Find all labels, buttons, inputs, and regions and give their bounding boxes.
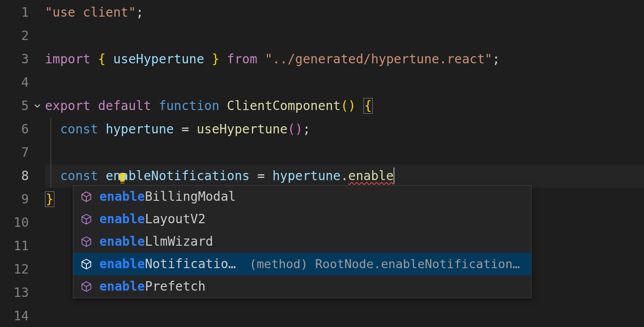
keyword: default: [90, 98, 159, 113]
paren: (): [287, 122, 303, 137]
punctuation: ;: [492, 52, 500, 66]
string-token: "use client": [45, 5, 136, 20]
line-number-gutter: 1 2 3 4 5 6 7 8 9 10 11 12 13 14: [0, 0, 45, 327]
identifier: hypertune: [273, 168, 341, 183]
method-icon: [80, 280, 93, 293]
brace: {: [90, 52, 113, 66]
space: [219, 98, 227, 113]
keyword: from: [227, 52, 257, 66]
property-error: enable: [348, 168, 394, 183]
code-line-active[interactable]: const enableNotifications = hypertune.en…: [45, 164, 644, 188]
keyword: const: [60, 168, 98, 183]
function-name: ClientComponent: [227, 98, 341, 113]
line-number: 1: [0, 1, 45, 24]
lightbulb-icon[interactable]: [55, 146, 68, 159]
autocomplete-item[interactable]: enableLlmWizard: [73, 230, 531, 253]
method-icon: [80, 212, 93, 226]
autocomplete-item-selected[interactable]: enableNotificatio… (method) RootNode.ena…: [73, 253, 531, 275]
space: [45, 122, 60, 137]
identifier: useHypertune: [113, 52, 204, 66]
text-cursor: [394, 168, 394, 184]
method-icon: [80, 235, 93, 248]
space: [45, 168, 60, 183]
punctuation: ;: [136, 5, 143, 20]
indent-guide: [50, 118, 51, 141]
autocomplete-label: enablePrefetch: [99, 275, 206, 298]
identifier: hypertune: [106, 122, 174, 137]
fold-chevron-icon[interactable]: [32, 101, 42, 111]
line-number: 11: [0, 234, 45, 258]
autocomplete-label: enableLlmWizard: [99, 230, 213, 253]
keyword: const: [60, 122, 98, 137]
code-line[interactable]: [45, 305, 644, 327]
space: [257, 52, 265, 66]
line-number: 14: [0, 305, 45, 327]
autocomplete-item[interactable]: enableBillingModal: [73, 186, 531, 208]
code-line[interactable]: "use client";: [45, 1, 644, 24]
line-number: 13: [0, 281, 45, 305]
autocomplete-item[interactable]: enablePrefetch: [73, 275, 531, 298]
identifier: enableNotifications: [106, 168, 250, 183]
keyword: export: [45, 98, 90, 113]
brace: }: [204, 52, 227, 66]
indent-guide: [50, 141, 51, 164]
punctuation: ;: [303, 122, 310, 137]
autocomplete-label: enableNotificatio…: [99, 253, 236, 275]
indent-guide: [50, 164, 51, 188]
method-icon: [80, 190, 93, 203]
line-number: 9: [0, 188, 45, 211]
space: [98, 168, 106, 183]
code-line[interactable]: import { useHypertune } from "../generat…: [45, 48, 644, 71]
code-line[interactable]: const hypertune = useHypertune();: [45, 118, 644, 141]
line-number: 6: [0, 118, 45, 141]
line-number: 5: [0, 94, 45, 118]
method-icon: [80, 257, 93, 271]
code-line[interactable]: [45, 141, 644, 164]
line-number: 3: [0, 48, 45, 71]
code-line[interactable]: export default function ClientComponent(…: [45, 94, 644, 118]
string-token: "../generated/hypertune.react": [265, 52, 492, 66]
line-number: 8: [0, 164, 45, 188]
line-number: 10: [0, 211, 45, 234]
autocomplete-detail: (method) RootNode.enableNotifications(…: [236, 253, 531, 275]
keyword: import: [45, 52, 90, 66]
space: [356, 98, 363, 113]
operator: =: [174, 122, 197, 137]
code-line[interactable]: [45, 24, 644, 48]
autocomplete-item[interactable]: enableLayoutV2: [73, 208, 531, 230]
autocomplete-popup[interactable]: enableBillingModal enableLayoutV2 enable…: [73, 185, 532, 298]
dot: .: [340, 168, 348, 183]
line-number: 2: [0, 24, 45, 48]
paren: (): [340, 98, 356, 113]
code-line[interactable]: [45, 71, 644, 94]
line-number: 7: [0, 141, 45, 164]
autocomplete-label: enableLayoutV2: [99, 208, 206, 230]
line-number: 12: [0, 258, 45, 281]
autocomplete-label: enableBillingModal: [99, 186, 236, 208]
brace-close: }: [45, 191, 54, 207]
brace-open: {: [363, 98, 373, 114]
keyword: function: [159, 98, 219, 113]
function-call: useHypertune: [197, 122, 287, 137]
space: [98, 122, 106, 137]
line-number: 4: [0, 71, 45, 94]
operator: =: [250, 168, 273, 183]
